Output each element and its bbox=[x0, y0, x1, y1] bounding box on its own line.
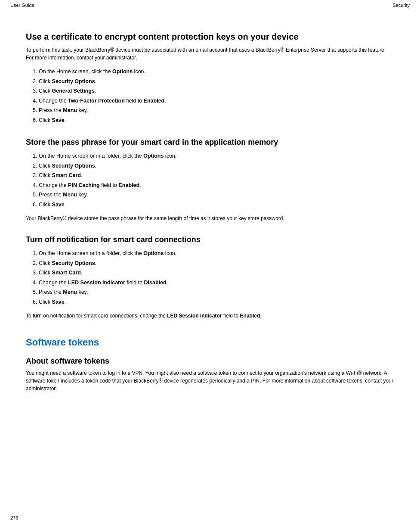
list-item: On the Home screen or in a folder, click… bbox=[39, 151, 394, 161]
section-certificate: Use a certificate to encrypt content pro… bbox=[26, 32, 394, 125]
about-software-tokens-text: You might need a software token to log i… bbox=[26, 369, 394, 392]
section-passphrase-title: Store the pass phrase for your smart car… bbox=[26, 138, 394, 147]
list-item: Click General Settings. bbox=[39, 86, 394, 96]
list-item: Press the Menu key. bbox=[39, 287, 394, 297]
section-passphrase-steps: On the Home screen or in a folder, click… bbox=[39, 151, 394, 209]
list-item: On the Home screen, click the Options ic… bbox=[39, 67, 394, 77]
section-notification: Turn off notification for smart card con… bbox=[26, 235, 394, 320]
section-notification-steps: On the Home screen or in a folder, click… bbox=[39, 249, 394, 307]
list-item: On the Home screen or in a folder, click… bbox=[39, 249, 394, 258]
list-item: Click Save. bbox=[39, 115, 394, 125]
about-software-tokens-title: About software tokens bbox=[26, 357, 394, 366]
list-item: Change the PIN Caching field to Enabled. bbox=[39, 180, 394, 190]
section-certificate-intro: To perform this task, your BlackBerry® d… bbox=[26, 46, 394, 62]
list-item: Click Save. bbox=[39, 297, 394, 307]
section-notification-title: Turn off notification for smart card con… bbox=[26, 235, 394, 244]
software-tokens-main-title: Software tokens bbox=[26, 337, 394, 348]
list-item: Click Security Options. bbox=[39, 77, 394, 87]
header-left: User Guide bbox=[10, 3, 34, 8]
list-item: Press the Menu key. bbox=[39, 106, 394, 115]
page-header: User Guide Security bbox=[0, 0, 420, 10]
page-footer: 276 bbox=[10, 515, 18, 520]
list-item: Click Save. bbox=[39, 200, 394, 210]
section-certificate-title: Use a certificate to encrypt content pro… bbox=[26, 32, 394, 42]
list-item: Press the Menu key. bbox=[39, 190, 394, 200]
section-passphrase-note: Your BlackBerry® device stores the pass … bbox=[26, 215, 394, 222]
section-passphrase: Store the pass phrase for your smart car… bbox=[26, 138, 394, 222]
list-item: Change the LED Session Indicator field t… bbox=[39, 278, 394, 288]
section-certificate-steps: On the Home screen, click the Options ic… bbox=[39, 67, 394, 125]
page-number: 276 bbox=[10, 515, 18, 520]
list-item: Change the Two-Factor Protection field t… bbox=[39, 96, 394, 106]
list-item: Click Security Options. bbox=[39, 258, 394, 268]
software-tokens-section: Software tokens About software tokens Yo… bbox=[26, 337, 394, 392]
list-item: Click Security Options. bbox=[39, 161, 394, 171]
list-item: Click Smart Card. bbox=[39, 171, 394, 180]
list-item: Click Smart Card. bbox=[39, 268, 394, 278]
page-content: Use a certificate to encrypt content pro… bbox=[0, 10, 420, 415]
section-notification-note: To turn on notification for smart card c… bbox=[26, 312, 394, 320]
header-right: Security bbox=[392, 3, 410, 8]
